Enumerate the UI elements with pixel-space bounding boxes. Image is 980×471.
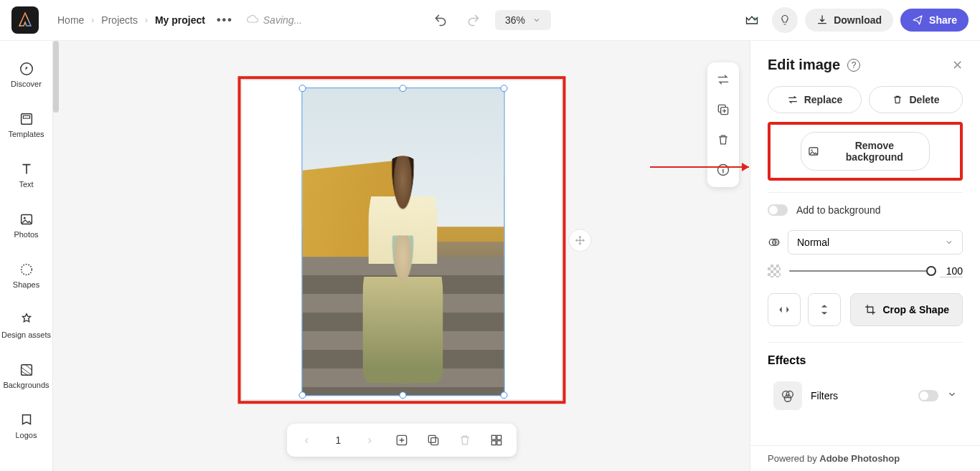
zoom-dropdown[interactable]: 36% — [495, 10, 551, 30]
crop-icon — [864, 303, 877, 316]
filters-toggle[interactable] — [918, 390, 938, 401]
info-button[interactable] — [712, 158, 735, 181]
rail-text[interactable]: Text — [0, 161, 52, 189]
opacity-value[interactable]: 100 — [940, 265, 963, 277]
templates-icon — [19, 111, 34, 127]
resize-handle[interactable] — [500, 85, 507, 92]
rail-backgrounds[interactable]: Backgrounds — [0, 362, 52, 389]
sync-status: Saving... — [246, 14, 302, 27]
crop-shape-button[interactable]: Crop & Shape — [850, 293, 963, 326]
blend-mode-dropdown[interactable]: Normal — [788, 230, 963, 254]
artboard[interactable] — [242, 80, 561, 399]
crop-shape-label: Crop & Shape — [882, 304, 949, 315]
svg-rect-11 — [496, 435, 501, 439]
close-panel-button[interactable]: ✕ — [952, 57, 963, 73]
rail-discover[interactable]: Discover — [0, 61, 52, 88]
slider-thumb[interactable] — [926, 266, 936, 276]
rail-design-assets[interactable]: Design assets — [0, 312, 52, 339]
undo-button[interactable] — [429, 9, 452, 32]
rail-templates[interactable]: Templates — [0, 111, 52, 138]
logos-icon — [19, 412, 34, 428]
resize-handle[interactable] — [400, 85, 407, 92]
rail-label: Photos — [14, 230, 38, 239]
photos-icon — [19, 211, 34, 227]
add-page-button[interactable] — [389, 427, 415, 453]
svg-point-19 — [811, 150, 813, 151]
duplicate-icon — [426, 433, 440, 447]
resize-handle[interactable] — [298, 391, 306, 399]
remove-background-button[interactable]: Remove background — [801, 132, 930, 171]
flip-h-icon — [777, 303, 791, 317]
opacity-row: 100 — [768, 265, 963, 277]
resize-handle[interactable] — [500, 391, 507, 399]
opacity-icon — [768, 265, 781, 277]
download-label: Download — [834, 14, 882, 26]
app-logo[interactable] — [11, 6, 39, 34]
rail-label: Logos — [16, 431, 37, 439]
canvas-area[interactable]: ‹ 1 › — [53, 41, 750, 471]
artboard-wrapper — [242, 80, 561, 399]
svg-rect-9 — [430, 438, 438, 445]
opacity-slider[interactable] — [789, 270, 931, 272]
bulb-icon — [778, 14, 791, 27]
duplicate-button[interactable] — [712, 98, 735, 121]
svg-rect-13 — [496, 441, 501, 445]
rail-shapes[interactable]: Shapes — [0, 262, 52, 289]
scrollbar[interactable] — [53, 41, 59, 113]
crown-icon — [745, 13, 759, 27]
resize-handle[interactable] — [400, 391, 407, 399]
blend-mode-row: Normal — [768, 230, 963, 254]
svg-point-24 — [784, 395, 791, 401]
breadcrumb-projects[interactable]: Projects — [97, 11, 142, 29]
panel-header: Edit image ? ✕ — [768, 57, 963, 73]
divider — [768, 342, 963, 343]
transform-tools-row: Crop & Shape — [768, 293, 963, 326]
download-button[interactable]: Download — [805, 9, 893, 32]
next-page-button: › — [357, 427, 383, 453]
tips-button[interactable] — [772, 7, 798, 33]
chevron-down-icon — [532, 16, 541, 24]
filters-icon — [780, 388, 796, 404]
delete-image-button[interactable]: Delete — [869, 86, 963, 113]
filters-row[interactable]: Filters — [768, 376, 963, 416]
swap-icon — [716, 72, 730, 87]
rail-label: Text — [19, 180, 33, 189]
trash-icon — [892, 94, 903, 105]
flip-vertical-button[interactable] — [808, 293, 841, 326]
duplicate-page-button[interactable] — [420, 427, 446, 453]
footer-brand: Adobe Photoshop — [819, 453, 900, 464]
move-handle[interactable] — [568, 229, 591, 252]
flip-horizontal-button[interactable] — [768, 293, 801, 326]
rail-photos[interactable]: Photos — [0, 211, 52, 239]
selected-image[interactable] — [301, 87, 504, 396]
left-rail: Discover Templates Text Photos Shapes De… — [0, 41, 53, 471]
breadcrumb-current[interactable]: My project — [151, 11, 209, 29]
rail-label: Design assets — [1, 330, 51, 339]
svg-point-23 — [786, 391, 793, 398]
filters-icon-wrap — [773, 381, 802, 410]
duplicate-plus-icon — [716, 103, 730, 117]
adobe-express-logo-icon — [17, 11, 34, 29]
svg-rect-2 — [23, 115, 29, 118]
add-to-background-row: Add to background — [768, 204, 963, 216]
help-button[interactable]: ? — [847, 59, 860, 72]
right-panel: Edit image ? ✕ Replace Delete Remove bac… — [750, 41, 980, 471]
more-menu-button[interactable]: ••• — [217, 14, 233, 27]
replace-button[interactable]: Replace — [768, 86, 862, 113]
zoom-level-label: 36% — [505, 14, 525, 26]
add-to-background-toggle[interactable] — [768, 204, 788, 216]
breadcrumb-home[interactable]: Home — [53, 11, 88, 29]
swap-button[interactable] — [712, 68, 735, 91]
grid-view-button[interactable] — [484, 427, 509, 453]
resize-handle[interactable] — [298, 85, 306, 92]
delete-button[interactable] — [712, 128, 735, 151]
share-button[interactable]: Share — [900, 9, 969, 32]
move-icon — [575, 235, 585, 245]
expand-filters-button[interactable] — [947, 389, 957, 402]
svg-rect-10 — [491, 435, 496, 439]
backgrounds-icon — [19, 362, 34, 378]
redo-button[interactable] — [462, 9, 485, 32]
premium-button[interactable] — [739, 7, 765, 33]
rail-logos[interactable]: Logos — [0, 412, 52, 439]
delete-label: Delete — [909, 94, 939, 105]
